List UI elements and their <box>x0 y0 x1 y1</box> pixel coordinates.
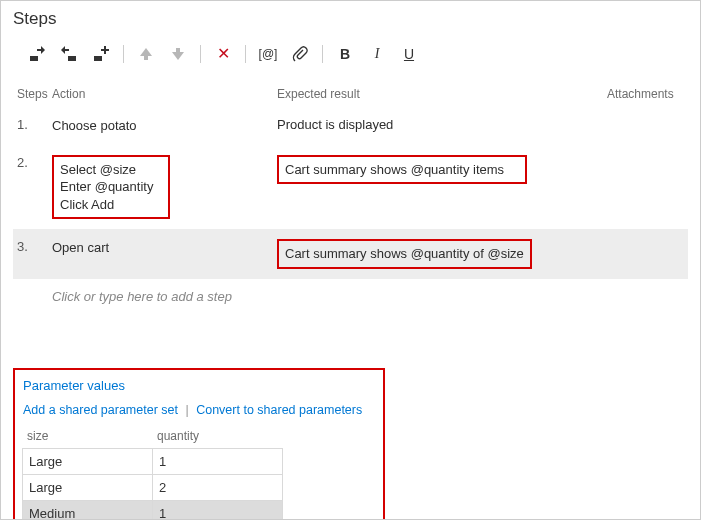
toolbar-separator <box>245 45 246 63</box>
param-cell-quantity[interactable]: 1 <box>152 500 283 520</box>
step-row[interactable]: 2.Select @sizeEnter @quantityClick AddCa… <box>13 145 688 230</box>
insert-step-before-icon[interactable] <box>53 41 85 67</box>
steps-table-body: 1.Choose potatoProduct is displayed2.Sel… <box>13 107 688 279</box>
steps-table-header: Steps Action Expected result Attachments <box>13 81 688 107</box>
delete-step-icon[interactable]: ✕ <box>207 41 239 67</box>
col-header-expected: Expected result <box>277 87 607 101</box>
step-expected-result[interactable]: Cart summary shows @quantity items <box>277 155 607 185</box>
parameter-links: Add a shared parameter set | Convert to … <box>23 403 375 417</box>
toolbar-separator <box>123 45 124 63</box>
section-title: Steps <box>13 9 688 29</box>
step-number: 1. <box>17 117 52 132</box>
param-col-quantity: quantity <box>153 423 283 449</box>
toolbar-separator <box>200 45 201 63</box>
step-action[interactable]: Open cart <box>52 239 277 257</box>
attachment-icon[interactable] <box>284 41 316 67</box>
step-action[interactable]: Choose potato <box>52 117 277 135</box>
svg-rect-0 <box>30 56 38 61</box>
add-step-placeholder[interactable]: Click or type here to add a step <box>13 279 688 314</box>
toolbar-separator <box>322 45 323 63</box>
parameter-values-section: Parameter values Add a shared parameter … <box>13 368 385 520</box>
svg-rect-1 <box>68 56 76 61</box>
add-shared-parameter-link[interactable]: Add a shared parameter set <box>23 403 178 417</box>
svg-rect-2 <box>94 56 102 61</box>
param-cell-size[interactable]: Large <box>22 474 153 501</box>
col-header-action: Action <box>52 87 277 101</box>
bold-button[interactable]: B <box>329 41 361 67</box>
col-header-attachments: Attachments <box>607 87 684 101</box>
underline-button[interactable]: U <box>393 41 425 67</box>
step-row[interactable]: 3.Open cartCart summary shows @quantity … <box>13 229 688 279</box>
toolbar: ✕ [@] B I U <box>13 41 688 67</box>
param-cell-quantity[interactable]: 1 <box>152 448 283 475</box>
step-number: 2. <box>17 155 52 170</box>
param-cell-size[interactable]: Large <box>22 448 153 475</box>
insert-step-icon[interactable] <box>21 41 53 67</box>
insert-shared-step-icon[interactable] <box>85 41 117 67</box>
parameter-values-title: Parameter values <box>23 378 375 393</box>
step-row[interactable]: 1.Choose potatoProduct is displayed <box>13 107 688 145</box>
param-col-size: size <box>23 423 153 449</box>
param-cell-quantity[interactable]: 2 <box>152 474 283 501</box>
parameter-table: size quantity Large1Large2Medium1 <box>23 423 375 520</box>
convert-shared-parameters-link[interactable]: Convert to shared parameters <box>196 403 362 417</box>
move-down-icon[interactable] <box>162 41 194 67</box>
step-expected-result[interactable]: Cart summary shows @quantity of @size <box>277 239 607 269</box>
italic-button[interactable]: I <box>361 41 393 67</box>
step-action[interactable]: Select @sizeEnter @quantityClick Add <box>52 155 277 220</box>
move-up-icon[interactable] <box>130 41 162 67</box>
link-divider: | <box>185 403 188 417</box>
step-number: 3. <box>17 239 52 254</box>
param-token-icon[interactable]: [@] <box>252 41 284 67</box>
step-expected-result[interactable]: Product is displayed <box>277 117 607 132</box>
col-header-steps: Steps <box>17 87 52 101</box>
param-cell-size[interactable]: Medium <box>22 500 153 520</box>
